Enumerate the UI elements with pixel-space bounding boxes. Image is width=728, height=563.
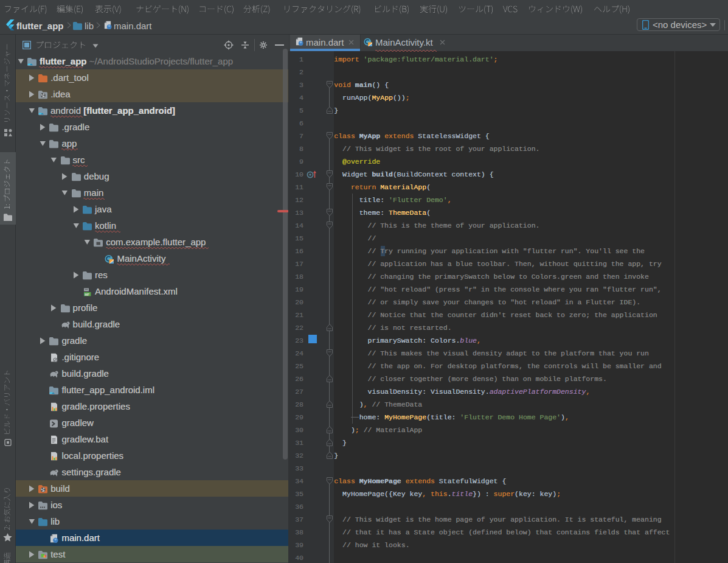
svg-text:MF: MF: [85, 292, 90, 296]
